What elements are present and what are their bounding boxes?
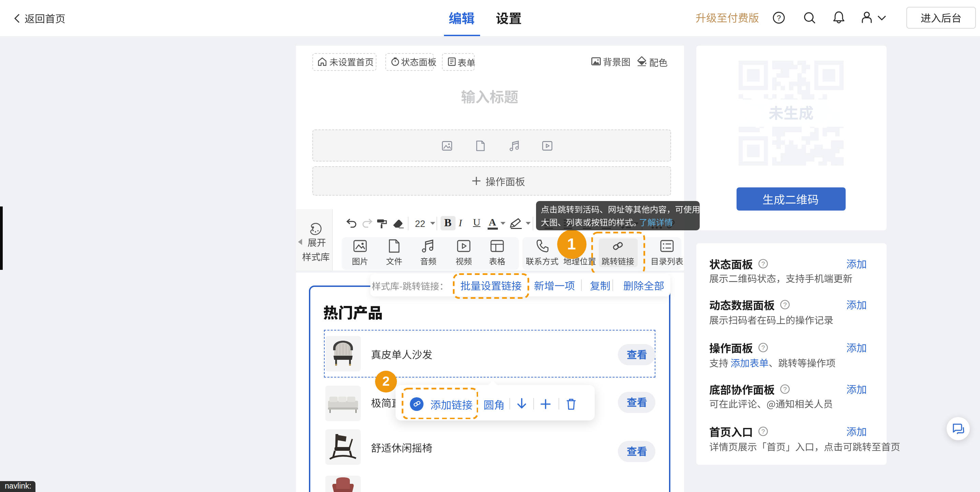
svg-text:?: ? (783, 386, 787, 392)
svg-text:?: ? (761, 344, 765, 351)
svg-text:?: ? (761, 428, 765, 435)
svg-text:?: ? (777, 14, 781, 22)
svg-text:?: ? (761, 260, 765, 267)
svg-text:?: ? (783, 301, 787, 308)
